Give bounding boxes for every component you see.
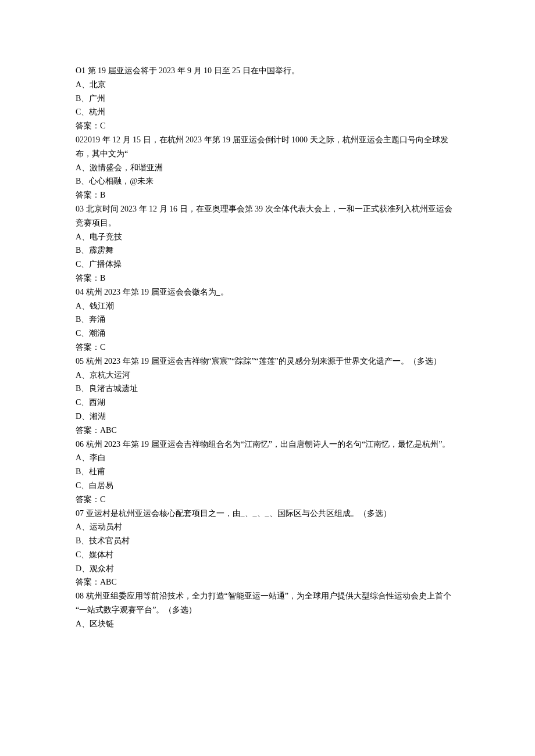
question-option: A、京杭大运河	[76, 368, 459, 382]
question-stem: 03 北京时间 2023 年 12 月 16 日，在亚奥理事会第 39 次全体代…	[76, 202, 459, 230]
question-option: A、李白	[76, 451, 459, 465]
question-answer: 答案：B	[76, 271, 459, 285]
document-page: O1 第 19 届亚运会将于 2023 年 9 月 10 日至 25 日在中国举…	[0, 0, 535, 654]
question-stem: 07 亚运村是杭州亚运会核心配套项目之一，由_、_、_、国际区与公共区组成。（多…	[76, 507, 459, 521]
question-answer: 答案：C	[76, 493, 459, 507]
question-option: B、霹雳舞	[76, 243, 459, 257]
question-stem: 08 杭州亚组委应用等前沿技术，全力打造“智能亚运一站通”，为全球用户提供大型综…	[76, 589, 459, 617]
question-stem: 022019 年 12 月 15 日，在杭州 2023 年第 19 届亚运会倒计…	[76, 133, 459, 161]
question-stem: 04 杭州 2023 年第 19 届亚运会会徽名为_。	[76, 285, 459, 299]
question-answer: 答案：ABC	[76, 575, 459, 589]
question-option: B、心心相融，@未来	[76, 174, 459, 188]
question-stem: 05 杭州 2023 年第 19 届亚运会吉祥物“宸宸”“踪踪”“莲莲”的灵感分…	[76, 354, 459, 368]
question-option: C、西湖	[76, 396, 459, 410]
question-option: A、北京	[76, 78, 459, 92]
question-answer: 答案：C	[76, 341, 459, 354]
question-option: C、杭州	[76, 105, 459, 119]
question-option: B、良渚古城遗址	[76, 382, 459, 396]
question-option: A、激情盛会，和谐亚洲	[76, 161, 459, 175]
question-option: D、观众村	[76, 562, 459, 576]
question-stem: 06 杭州 2023 年第 19 届亚运会吉祥物组合名为“江南忆”，出自唐朝诗人…	[76, 438, 459, 452]
question-option: A、运动员村	[76, 520, 459, 534]
question-stem: O1 第 19 届亚运会将于 2023 年 9 月 10 日至 25 日在中国举…	[76, 64, 459, 78]
question-option: C、广播体操	[76, 257, 459, 271]
question-option: B、广州	[76, 92, 459, 106]
question-answer: 答案：ABC	[76, 424, 459, 438]
question-option: D、湘湖	[76, 410, 459, 424]
question-option: B、奔涌	[76, 313, 459, 327]
question-answer: 答案：C	[76, 119, 459, 133]
question-option: A、区块链	[76, 617, 459, 631]
question-option: B、杜甫	[76, 465, 459, 479]
question-option: C、媒体村	[76, 548, 459, 562]
question-answer: 答案：B	[76, 188, 459, 202]
question-option: B、技术官员村	[76, 534, 459, 548]
question-option: C、白居易	[76, 479, 459, 493]
question-option: A、钱江潮	[76, 299, 459, 313]
question-option: C、潮涌	[76, 327, 459, 341]
question-option: A、电子竞技	[76, 230, 459, 244]
